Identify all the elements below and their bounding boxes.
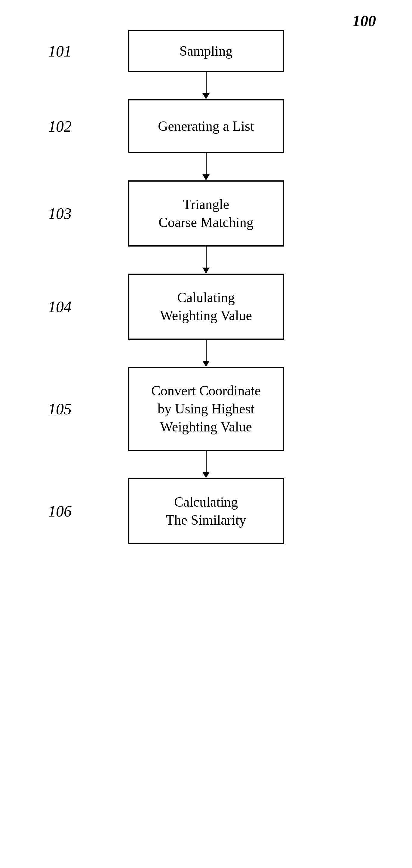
flow-wrapper: 101 Sampling 102 Generating a List 103 [0, 12, 412, 544]
step-box-103: TriangleCoarse Matching [128, 180, 284, 247]
arrow-connector-3 [202, 247, 210, 274]
arrow-head-4 [202, 361, 210, 367]
step-label-102: 102 [48, 118, 71, 135]
arrow-line-3 [206, 247, 207, 268]
step-box-101: Sampling [128, 30, 284, 72]
step-row-104: 104 CalulatingWeighting Value [0, 274, 412, 340]
figure-number: 100 [352, 12, 376, 30]
step-box-105: Convert Coordinateby Using HighestWeight… [128, 367, 284, 451]
step-box-102: Generating a List [128, 99, 284, 153]
step-label-101: 101 [48, 42, 71, 60]
step-text-103: TriangleCoarse Matching [158, 195, 254, 231]
arrow-head-2 [202, 175, 210, 180]
arrow-connector-5 [202, 451, 210, 478]
step-row-101: 101 Sampling [0, 30, 412, 72]
step-row-102: 102 Generating a List [0, 99, 412, 153]
arrow-line-2 [206, 153, 207, 175]
step-row-103: 103 TriangleCoarse Matching [0, 180, 412, 247]
step-text-101: Sampling [180, 42, 232, 60]
arrow-connector-1 [202, 72, 210, 99]
step-text-102: Generating a List [158, 117, 254, 135]
arrow-connector-4 [202, 340, 210, 367]
step-text-105: Convert Coordinateby Using HighestWeight… [151, 382, 261, 436]
arrow-head-1 [202, 93, 210, 99]
step-label-104: 104 [48, 298, 71, 316]
step-label-105: 105 [48, 400, 71, 418]
arrow-line-5 [206, 451, 207, 472]
step-row-105: 105 Convert Coordinateby Using HighestWe… [0, 367, 412, 451]
step-label-103: 103 [48, 205, 71, 222]
step-text-104: CalulatingWeighting Value [160, 289, 252, 325]
step-box-104: CalulatingWeighting Value [128, 274, 284, 340]
arrow-head-5 [202, 472, 210, 478]
step-text-106: CalculatingThe Similarity [166, 493, 246, 529]
arrow-connector-2 [202, 153, 210, 180]
step-box-106: CalculatingThe Similarity [128, 478, 284, 544]
arrow-head-3 [202, 268, 210, 274]
arrow-line-4 [206, 340, 207, 361]
arrow-line-1 [206, 72, 207, 93]
diagram-container: 100 101 Sampling 102 Generating a List [0, 0, 412, 868]
step-label-106: 106 [48, 502, 71, 520]
step-row-106: 106 CalculatingThe Similarity [0, 478, 412, 544]
